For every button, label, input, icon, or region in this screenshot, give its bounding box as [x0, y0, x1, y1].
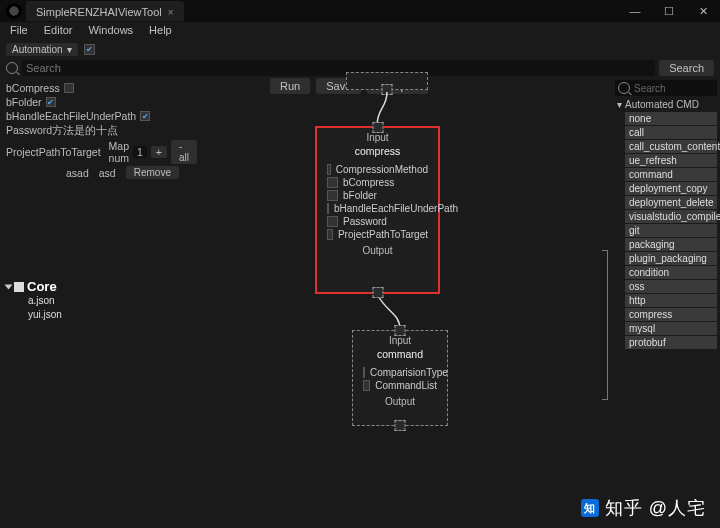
properties-panel: bCompress bFolder bHandleEachFileUnderPa… [0, 78, 190, 518]
prop-bhandle: bHandleEachFileUnderPath [6, 110, 184, 122]
right-header[interactable]: ▾ Automated CMD [615, 98, 717, 111]
cmd-item[interactable]: packaging [625, 238, 717, 251]
toolbar: Automation ▾ [0, 40, 720, 58]
checkbox-bcompress[interactable] [64, 83, 74, 93]
prop-bcompress: bCompress [6, 82, 184, 94]
checkbox-bfolder[interactable] [46, 97, 56, 107]
core-item[interactable]: yui.json [28, 308, 184, 322]
search-icon [618, 82, 630, 94]
cmd-item[interactable]: git [625, 224, 717, 237]
tab-title: SimpleRENZHAIViewTool [36, 6, 162, 18]
add-button[interactable]: + [151, 146, 167, 158]
checkbox-bhandle[interactable] [140, 111, 150, 121]
cmd-item[interactable]: visualstudio_compile [625, 210, 717, 223]
menubar: File Editor Windows Help [0, 22, 720, 40]
cmd-item[interactable]: deployment_delete [625, 196, 717, 209]
field-row: CompressionMethod [317, 163, 438, 176]
core-title: Core [27, 279, 57, 294]
core-section: Core a.json yui.json [6, 279, 184, 322]
maximize-button[interactable]: ☐ [652, 0, 686, 22]
cmd-item[interactable]: call [625, 126, 717, 139]
cmd-item[interactable]: plugin_packaging [625, 252, 717, 265]
prop-password: Password方法是的十点 [6, 124, 184, 138]
prop-bfolder: bFolder [6, 96, 184, 108]
menu-help[interactable]: Help [149, 24, 172, 38]
close-button[interactable]: ✕ [686, 0, 720, 22]
output-pin[interactable] [372, 287, 383, 298]
mapnum-value[interactable]: 1 [133, 146, 147, 158]
node-name: compress [317, 143, 438, 163]
chevron-down-icon: ▾ [67, 44, 72, 55]
cmd-item[interactable]: protobuf [625, 336, 717, 349]
cmd-item[interactable]: mysql [625, 322, 717, 335]
menu-windows[interactable]: Windows [88, 24, 133, 38]
cmd-item[interactable]: none [625, 112, 717, 125]
prop-projectpath: ProjectPathToTarget Map num 1 + -all [6, 140, 184, 164]
field-row: bFolder [317, 189, 438, 202]
input-pin[interactable] [395, 325, 406, 336]
menu-file[interactable]: File [10, 24, 28, 38]
node-command[interactable]: Input command ComparisionType CommandLis… [352, 330, 448, 426]
node-compress[interactable]: Input compress CompressionMethod bCompre… [315, 126, 440, 294]
node-name: command [353, 346, 447, 366]
tab-close-icon[interactable]: × [168, 7, 174, 18]
graph-canvas[interactable]: Run Save Compile Input compress Compress… [190, 78, 612, 518]
field-row: CommandList [353, 379, 447, 392]
node-stub[interactable] [346, 72, 428, 90]
asad-text: asad [66, 167, 89, 179]
field-row: ComparisionType [353, 366, 447, 379]
core-item[interactable]: a.json [28, 294, 184, 308]
right-panel: Search ▾ Automated CMD nonecallcall_cust… [612, 78, 720, 518]
input-pin[interactable] [372, 122, 383, 133]
cmd-item[interactable]: deployment_copy [625, 182, 717, 195]
node-output-label: Output [317, 241, 438, 258]
field-row: ProjectPathToTarget [317, 228, 438, 241]
minimize-button[interactable]: — [618, 0, 652, 22]
cmd-item[interactable]: compress [625, 308, 717, 321]
cmd-item[interactable]: call_custom_content [625, 140, 717, 153]
automation-dropdown[interactable]: Automation ▾ [6, 43, 78, 56]
field-row: Password [317, 215, 438, 228]
search-button[interactable]: Search [659, 60, 714, 76]
field-row: bCompress [317, 176, 438, 189]
ue-logo [6, 3, 22, 19]
output-pin[interactable] [395, 420, 406, 431]
cmd-item[interactable]: command [625, 168, 717, 181]
expand-icon [5, 284, 13, 289]
search-icon [6, 62, 18, 74]
field-row: bHandleEachFileUnderPath [317, 202, 438, 215]
core-icon [14, 282, 24, 292]
bracket-icon [602, 250, 608, 400]
cmd-item[interactable]: condition [625, 266, 717, 279]
search-input[interactable] [22, 60, 655, 76]
zhihu-logo: 知 [581, 499, 599, 517]
cmd-item[interactable]: oss [625, 280, 717, 293]
titlebar: SimpleRENZHAIViewTool × — ☐ ✕ [0, 0, 720, 22]
node-output-label: Output [353, 392, 447, 409]
app-tab[interactable]: SimpleRENZHAIViewTool × [26, 1, 184, 21]
watermark: 知 知乎 @人宅 [581, 496, 706, 520]
right-search[interactable]: Search [615, 80, 717, 96]
output-pin[interactable] [382, 84, 393, 95]
menu-editor[interactable]: Editor [44, 24, 73, 38]
toolbar-checkbox[interactable] [84, 44, 95, 55]
cmd-item[interactable]: http [625, 294, 717, 307]
core-header[interactable]: Core [6, 279, 184, 294]
chevron-down-icon: ▾ [617, 99, 622, 110]
automation-label: Automation [12, 44, 63, 55]
remove-button[interactable]: Remove [126, 166, 179, 179]
asd-text: asd [99, 167, 116, 179]
run-button[interactable]: Run [270, 78, 310, 94]
cmd-item[interactable]: ue_refresh [625, 154, 717, 167]
